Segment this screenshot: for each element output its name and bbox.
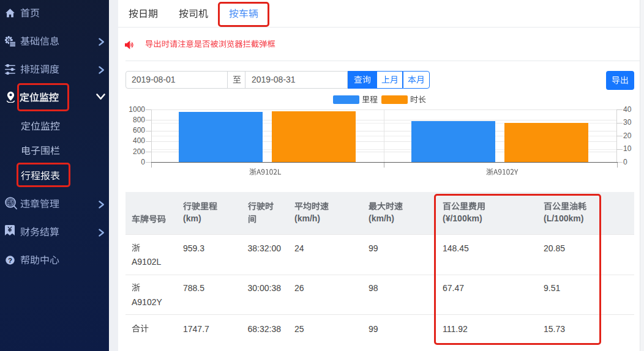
svg-text:?: ? [7,256,12,264]
